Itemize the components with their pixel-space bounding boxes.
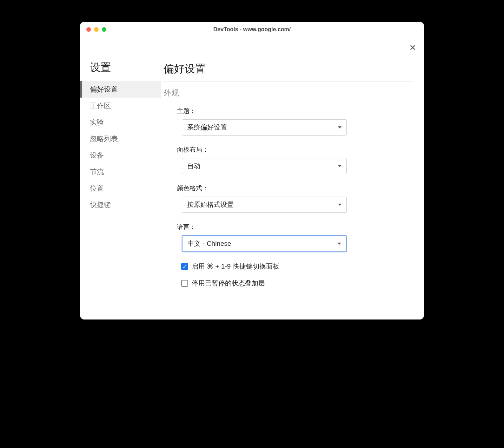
color-format-select-value: 按原始格式设置 xyxy=(187,200,234,209)
sidebar-item-ignore-list[interactable]: 忽略列表 xyxy=(80,131,161,147)
traffic-lights xyxy=(86,27,106,32)
sidebar-item-label: 设备 xyxy=(90,151,104,159)
sidebar-item-locations[interactable]: 位置 xyxy=(80,180,161,197)
chevron-down-icon xyxy=(338,243,341,245)
sidebar-item-throttling[interactable]: 节流 xyxy=(80,164,161,180)
checkbox-row-shortcut[interactable]: ✓ 启用 ⌘ + 1-9 快捷键切换面板 xyxy=(181,262,413,271)
overlay-checkbox-label: 停用已暂停的状态叠加层 xyxy=(192,279,265,288)
sidebar-title: 设置 xyxy=(80,60,161,81)
chevron-down-icon xyxy=(338,126,341,129)
language-select[interactable]: 中文 - Chinese xyxy=(182,235,347,252)
sidebar-item-preferences[interactable]: 偏好设置 xyxy=(80,81,161,98)
shortcut-checkbox-label: 启用 ⌘ + 1-9 快捷键切换面板 xyxy=(192,262,279,271)
sidebar-item-label: 忽略列表 xyxy=(90,135,118,143)
color-format-select[interactable]: 按原始格式设置 xyxy=(182,197,347,213)
sidebar-item-label: 工作区 xyxy=(90,102,111,110)
window-title: DevTools - www.google.com/ xyxy=(80,26,424,33)
sidebar-item-devices[interactable]: 设备 xyxy=(80,147,161,164)
chevron-down-icon xyxy=(338,204,341,206)
theme-select[interactable]: 系统偏好设置 xyxy=(182,119,347,136)
theme-label: 主题： xyxy=(177,107,413,115)
sidebar-item-label: 节流 xyxy=(90,168,104,176)
sidebar-item-label: 偏好设置 xyxy=(90,85,118,93)
window-zoom-button[interactable] xyxy=(102,27,106,32)
language-select-value: 中文 - Chinese xyxy=(187,239,231,248)
sidebar-item-label: 位置 xyxy=(90,184,104,192)
color-format-label: 颜色格式： xyxy=(177,184,413,192)
overlay-checkbox[interactable] xyxy=(181,280,188,287)
field-panel-layout: 面板布局： 自动 xyxy=(177,145,413,174)
field-language: 语言： 中文 - Chinese xyxy=(177,223,413,252)
sidebar-item-shortcuts[interactable]: 快捷键 xyxy=(80,197,161,213)
theme-select-value: 系统偏好设置 xyxy=(187,123,227,132)
panel-layout-label: 面板布局： xyxy=(177,145,413,154)
devtools-settings-window: DevTools - www.google.com/ ✕ 设置 偏好设置 工作区… xyxy=(80,22,424,319)
sidebar-item-workspace[interactable]: 工作区 xyxy=(80,98,161,114)
sidebar-item-label: 实验 xyxy=(90,118,104,126)
content-area: ✕ 设置 偏好设置 工作区 实验 忽略列表 设备 节流 位置 xyxy=(80,37,424,319)
window-minimize-button[interactable] xyxy=(94,27,99,32)
shortcut-checkbox[interactable]: ✓ xyxy=(181,263,188,270)
page-title: 偏好设置 xyxy=(164,62,413,81)
sidebar-item-experiments[interactable]: 实验 xyxy=(80,114,161,131)
check-icon: ✓ xyxy=(183,264,187,269)
field-color-format: 颜色格式： 按原始格式设置 xyxy=(177,184,413,213)
panel-layout-select[interactable]: 自动 xyxy=(182,158,347,174)
window-close-button[interactable] xyxy=(86,27,91,32)
section-appearance-label: 外观 xyxy=(164,88,413,98)
settings-sidebar: 设置 偏好设置 工作区 实验 忽略列表 设备 节流 位置 快捷 xyxy=(80,37,161,319)
field-theme: 主题： 系统偏好设置 xyxy=(177,107,413,136)
panel-layout-select-value: 自动 xyxy=(187,162,200,171)
language-label: 语言： xyxy=(177,223,413,231)
titlebar: DevTools - www.google.com/ xyxy=(80,22,424,37)
checkbox-row-overlay[interactable]: 停用已暂停的状态叠加层 xyxy=(181,279,413,288)
chevron-down-icon xyxy=(338,165,341,167)
sidebar-item-label: 快捷键 xyxy=(90,201,111,209)
settings-main: 偏好设置 外观 主题： 系统偏好设置 面板布局： 自动 颜色格式： 按 xyxy=(161,37,424,319)
close-icon[interactable]: ✕ xyxy=(409,44,416,52)
